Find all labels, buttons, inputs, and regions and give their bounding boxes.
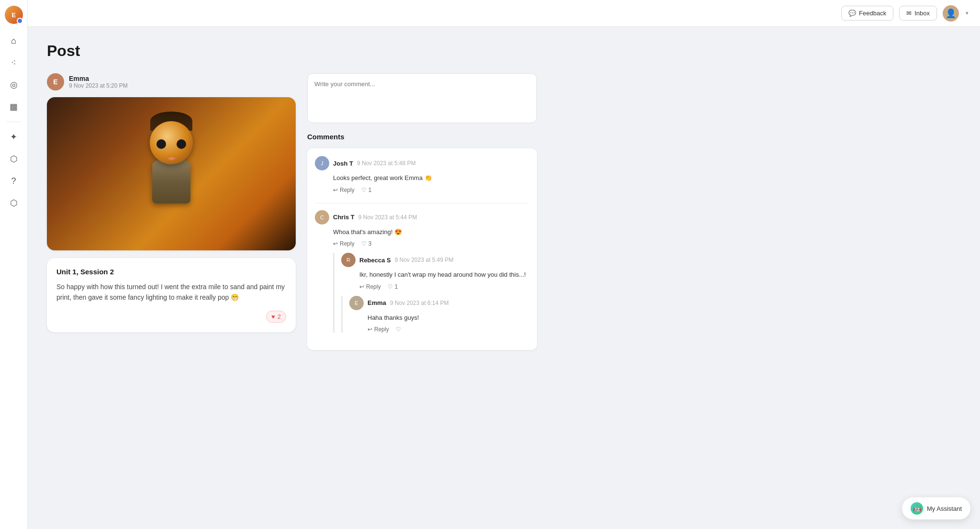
post-body: So happy with how this turned out! I wen… [56, 281, 286, 303]
content-area: Post E Emma 9 Nov 2023 at 5:20 PM [28, 27, 980, 529]
comment-actions: ↩ Reply ♡ 3 [315, 240, 529, 247]
reply-icon: ↩ [359, 283, 364, 290]
commenter-time: 9 Nov 2023 at 6:14 PM [390, 300, 449, 306]
like-button[interactable]: ♡ 3 [361, 240, 372, 247]
commenter-name: Josh T [333, 160, 353, 167]
reply-icon: ↩ [333, 240, 338, 247]
sidebar-item-user[interactable]: ◎ [5, 76, 23, 94]
commenter-avatar: R [341, 253, 356, 267]
discord-icon: ⬡ [10, 198, 18, 208]
like-icon: ♡ [361, 187, 367, 193]
commenter-avatar: C [315, 210, 329, 225]
comment-input-area [307, 73, 537, 123]
inbox-label: Inbox [914, 10, 930, 17]
comment-actions: ↩ Reply ♡ 1 [341, 283, 529, 290]
commenter-initial: E [355, 300, 358, 306]
feedback-label: Feedback [859, 10, 886, 17]
funko-body [152, 160, 190, 203]
user-menu-chevron[interactable]: ▾ [966, 10, 969, 16]
post-layout: E Emma 9 Nov 2023 at 5:20 PM [47, 73, 961, 350]
like-button[interactable]: ♡ 1 [388, 283, 398, 290]
sidebar-item-sparkles[interactable]: ✦ [5, 128, 23, 146]
sidebar-user-avatar[interactable]: E [5, 6, 23, 24]
commenter-name: Rebecca S [359, 257, 391, 264]
post-author-time: 9 Nov 2023 at 5:20 PM [69, 82, 128, 89]
reply-icon: ↩ [368, 326, 372, 333]
comment-text: Haha thanks guys! [349, 313, 529, 323]
comment-textarea[interactable] [314, 80, 530, 114]
commenter-time: 9 Nov 2023 at 5:49 PM [395, 257, 454, 263]
comment-divider [315, 203, 529, 203]
comment-actions: ↩ Reply ♡ 1 [315, 187, 529, 193]
post-text-card: Unit 1, Session 2 So happy with how this… [47, 258, 296, 332]
likes-badge[interactable]: ♥ 2 [266, 311, 286, 323]
sidebar-item-help[interactable]: ? [5, 172, 23, 190]
page-title: Post [47, 42, 961, 60]
comments-label: Comments [307, 133, 537, 141]
comment-header: C Chris T 9 Nov 2023 at 5:44 PM [315, 210, 529, 225]
sidebar-item-home[interactable]: ⌂ [5, 32, 23, 50]
post-right-column: Comments J Josh T 9 Nov 2023 at 5:48 PM … [307, 73, 537, 350]
post-author-info: Emma 9 Nov 2023 at 5:20 PM [69, 75, 128, 89]
sidebar-divider [7, 122, 21, 122]
funko-eye-left [156, 139, 166, 149]
reply-label: Reply [340, 187, 355, 193]
comment-text: Whoa that's amazing! 😍 [315, 227, 529, 237]
post-image [47, 97, 296, 250]
post-author-initial: E [47, 73, 64, 90]
feedback-button[interactable]: 💬 Feedback [841, 6, 893, 21]
post-author-avatar: E [47, 73, 64, 90]
reply-icon: ↩ [333, 187, 338, 193]
sparkles-icon: ✦ [10, 132, 17, 142]
puzzle-icon: ⁖ [11, 57, 16, 68]
like-count: 1 [368, 187, 372, 193]
shield-icon: ⬡ [10, 154, 18, 164]
comment-item: J Josh T 9 Nov 2023 at 5:48 PM Looks per… [315, 156, 529, 193]
help-icon: ? [11, 176, 16, 186]
like-icon: ♡ [396, 326, 401, 333]
my-assistant-widget[interactable]: 🤖 My Assistant [902, 497, 970, 519]
feedback-icon: 💬 [848, 10, 856, 17]
post-left-column: E Emma 9 Nov 2023 at 5:20 PM [47, 73, 296, 332]
assistant-label: My Assistant [927, 505, 962, 512]
comment-header: E Emma 9 Nov 2023 at 6:14 PM [349, 296, 529, 310]
like-count: 1 [395, 283, 398, 290]
sidebar: E ⌂ ⁖ ◎ ▦ ✦ ⬡ ? ⬡ [0, 0, 28, 529]
like-button[interactable]: ♡ 1 [361, 187, 372, 193]
user-avatar-topbar[interactable]: 👤 [943, 5, 959, 22]
reply-button[interactable]: ↩ Reply [333, 240, 355, 247]
comments-container: J Josh T 9 Nov 2023 at 5:48 PM Looks per… [307, 148, 537, 350]
commenter-initial: C [320, 214, 324, 220]
post-image-card [47, 97, 296, 250]
user-icon: ◎ [10, 79, 18, 90]
assistant-icon: 🤖 [911, 502, 923, 515]
sidebar-item-puzzle[interactable]: ⁖ [5, 54, 23, 72]
commenter-avatar: E [349, 296, 364, 310]
reply-label: Reply [366, 283, 381, 290]
reply-button[interactable]: ↩ Reply [359, 283, 381, 290]
funko-figure [143, 121, 200, 226]
commenter-initial: R [346, 257, 350, 263]
sidebar-item-shield[interactable]: ⬡ [5, 150, 23, 168]
commenter-name: Emma [368, 299, 386, 306]
sidebar-item-discord[interactable]: ⬡ [5, 194, 23, 212]
reply-label: Reply [340, 240, 355, 247]
inbox-button[interactable]: ✉ Inbox [899, 6, 937, 21]
reply-button[interactable]: ↩ Reply [333, 187, 355, 193]
comment-header: R Rebecca S 9 Nov 2023 at 5:49 PM [341, 253, 529, 267]
sidebar-item-store[interactable]: ▦ [5, 98, 23, 116]
avatar-initial: E [11, 11, 16, 19]
commenter-initial: J [321, 160, 323, 166]
comment-header: J Josh T 9 Nov 2023 at 5:48 PM [315, 156, 529, 170]
post-likes: ♥ 2 [56, 311, 286, 323]
nested-comment-emma: E Emma 9 Nov 2023 at 6:14 PM Haha thanks… [341, 296, 529, 333]
comment-item: C Chris T 9 Nov 2023 at 5:44 PM Whoa tha… [315, 210, 529, 333]
likes-count: 2 [278, 313, 281, 320]
post-session: Unit 1, Session 2 [56, 268, 286, 276]
like-icon: ♡ [361, 240, 367, 247]
post-author: E Emma 9 Nov 2023 at 5:20 PM [47, 73, 296, 90]
reply-button[interactable]: ↩ Reply [368, 326, 389, 333]
like-button[interactable]: ♡ [396, 326, 401, 333]
store-icon: ▦ [10, 101, 18, 112]
post-author-name: Emma [69, 75, 128, 82]
